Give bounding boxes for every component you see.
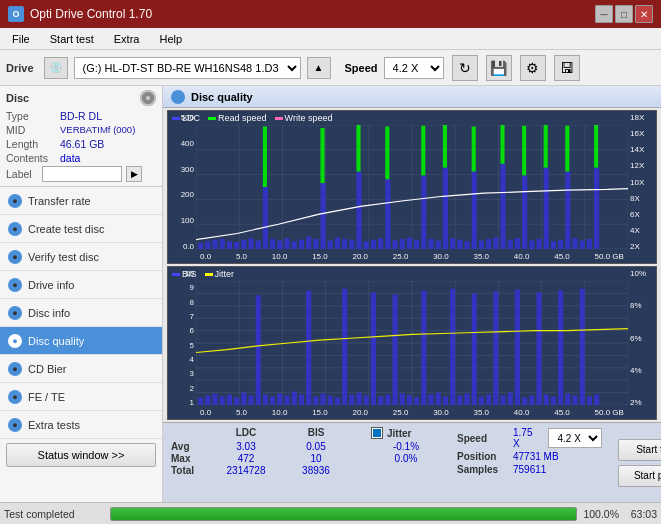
legend-read-label: Read speed	[218, 113, 267, 123]
svg-rect-35	[313, 239, 318, 249]
nav-fe-te[interactable]: ● FE / TE	[0, 383, 162, 411]
svg-rect-156	[536, 292, 541, 405]
top-chart-svg	[196, 125, 628, 249]
svg-rect-148	[479, 396, 484, 405]
stats-max-jitter: 0.0%	[371, 453, 441, 464]
maximize-button[interactable]: □	[615, 5, 633, 23]
menu-help[interactable]: Help	[151, 31, 190, 47]
svg-rect-28	[263, 187, 268, 249]
stats-col-ldc: LDC	[211, 427, 281, 439]
disc-length-label: Length	[6, 138, 58, 150]
svg-rect-46	[392, 240, 397, 249]
jitter-checkbox[interactable]	[371, 427, 383, 439]
disc-mid-label: MID	[6, 124, 58, 136]
jitter-label: Jitter	[387, 428, 411, 439]
svg-rect-149	[486, 395, 491, 405]
nav-verify-test-disc[interactable]: ● Verify test disc	[0, 243, 162, 271]
nav-transfer-rate[interactable]: ● Transfer rate	[0, 187, 162, 215]
disc-label-go-btn[interactable]: ▶	[126, 166, 142, 182]
svg-rect-155	[529, 395, 534, 405]
settings-icon-btn[interactable]: ⚙	[520, 55, 546, 81]
nav-disc-info[interactable]: ● Disc info	[0, 299, 162, 327]
svg-rect-33	[299, 240, 304, 249]
start-full-button[interactable]: Start full	[618, 439, 661, 461]
eject-button[interactable]: ▲	[307, 57, 331, 79]
app-icon: O	[8, 6, 24, 22]
disc-icon-btn[interactable]: 💾	[486, 55, 512, 81]
position-row: Position 47731 MB	[457, 451, 602, 462]
svg-rect-76	[320, 128, 324, 183]
svg-rect-40	[349, 240, 354, 249]
disc-mid-value: VERBATIMf (000)	[60, 124, 135, 136]
svg-rect-157	[544, 395, 549, 405]
svg-rect-143	[443, 396, 448, 405]
svg-rect-137	[400, 394, 405, 405]
bottom-chart-svg	[196, 281, 628, 405]
svg-rect-110	[205, 395, 210, 405]
legend-write: Write speed	[275, 113, 333, 123]
close-button[interactable]: ✕	[635, 5, 653, 23]
svg-rect-49	[414, 240, 419, 249]
svg-rect-164	[594, 395, 599, 405]
svg-rect-111	[212, 394, 217, 405]
svg-rect-21	[212, 240, 217, 249]
drive-icon-btn[interactable]: 💿	[44, 57, 68, 79]
svg-rect-138	[407, 395, 412, 405]
nav-cd-bier[interactable]: ● CD Bier	[0, 355, 162, 383]
svg-rect-55	[457, 240, 462, 249]
svg-rect-160	[565, 394, 570, 405]
jitter-check-inner	[373, 429, 381, 437]
save-icon-btn[interactable]: 🖫	[554, 55, 580, 81]
svg-rect-73	[587, 239, 592, 249]
speed-select-2[interactable]: 4.2 X	[548, 428, 602, 448]
nav-disc-quality-label: Disc quality	[28, 335, 84, 347]
nav-disc-quality[interactable]: ● Disc quality	[0, 327, 162, 355]
svg-rect-84	[544, 125, 548, 168]
nav-list: ● Transfer rate ● Create test disc ● Ver…	[0, 187, 162, 439]
svg-rect-109	[198, 397, 203, 405]
disc-section-icon	[140, 90, 156, 106]
progress-percent: 100.0% 63:03	[583, 508, 657, 520]
drive-select[interactable]: (G:) HL-DT-ST BD-RE WH16NS48 1.D3	[74, 57, 301, 79]
start-part-button[interactable]: Start part	[618, 465, 661, 487]
svg-rect-26	[248, 238, 253, 249]
menu-start-test[interactable]: Start test	[42, 31, 102, 47]
drive-bar: Drive 💿 (G:) HL-DT-ST BD-RE WH16NS48 1.D…	[0, 50, 661, 86]
nav-extra-tests[interactable]: ● Extra tests	[0, 411, 162, 439]
top-chart-legend: LDC Read speed Write speed	[172, 113, 332, 123]
minimize-button[interactable]: ─	[595, 5, 613, 23]
menu-bar: File Start test Extra Help	[0, 28, 661, 50]
bottom-chart-legend: BIS Jitter	[172, 269, 234, 279]
stats-total-label: Total	[171, 465, 211, 476]
nav-drive-info-label: Drive info	[28, 279, 74, 291]
stats-table: LDC BIS Jitter Avg 3.03 0.05 -0.1%	[171, 427, 441, 498]
refresh-icon-btn[interactable]: ↻	[452, 55, 478, 81]
speed-select[interactable]: 4.2 X	[384, 57, 444, 79]
top-chart: LDC Read speed Write speed 5004003002001…	[167, 110, 657, 264]
svg-rect-67	[544, 168, 549, 249]
svg-rect-56	[464, 241, 469, 249]
progress-percent-value: 100.0%	[583, 508, 619, 520]
samples-value: 759611	[513, 464, 546, 475]
svg-rect-142	[436, 393, 441, 405]
svg-rect-58	[479, 240, 484, 249]
disc-length-value: 46.61 GB	[60, 138, 104, 150]
menu-extra[interactable]: Extra	[106, 31, 148, 47]
stats-col-empty	[171, 427, 211, 439]
disc-label-input[interactable]	[42, 166, 122, 182]
nav-drive-info-icon: ●	[8, 278, 22, 292]
stats-bar: LDC BIS Jitter Avg 3.03 0.05 -0.1%	[163, 422, 661, 502]
menu-file[interactable]: File	[4, 31, 38, 47]
nav-create-test-disc[interactable]: ● Create test disc	[0, 215, 162, 243]
drive-label: Drive	[6, 62, 34, 74]
svg-rect-146	[464, 394, 469, 405]
nav-drive-info[interactable]: ● Drive info	[0, 271, 162, 299]
samples-row: Samples 759611	[457, 464, 602, 475]
svg-rect-123	[299, 395, 304, 405]
stats-total-bis: 38936	[281, 465, 351, 476]
svg-rect-41	[356, 172, 361, 250]
chart-header-title: Disc quality	[191, 91, 253, 103]
svg-rect-71	[572, 238, 577, 249]
status-text: Test completed	[4, 508, 104, 520]
status-window-button[interactable]: Status window >>	[6, 443, 156, 467]
